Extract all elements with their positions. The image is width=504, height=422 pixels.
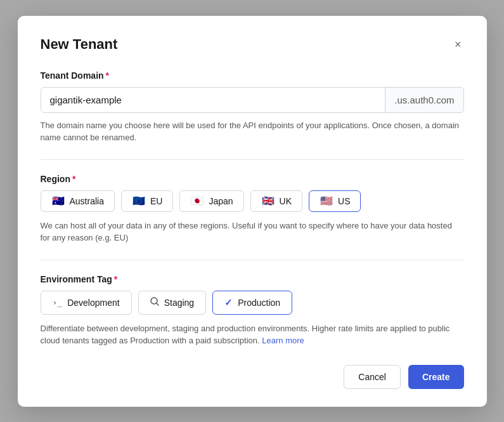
- env-production[interactable]: ✓ Production: [212, 291, 292, 315]
- divider-1: [41, 159, 464, 160]
- env-staging[interactable]: Staging: [138, 291, 206, 315]
- domain-hint: The domain name you choose here will be …: [41, 119, 464, 144]
- region-australia[interactable]: Australia: [41, 190, 115, 212]
- flag-eu-icon: [132, 196, 146, 206]
- new-tenant-modal: New Tenant × Tenant Domain * .us.auth0.c…: [18, 16, 487, 407]
- domain-required: *: [106, 70, 109, 81]
- domain-input-wrapper: .us.auth0.com: [41, 87, 464, 113]
- env-development[interactable]: ›_ Development: [41, 291, 132, 315]
- production-check-icon: ✓: [224, 297, 233, 308]
- staging-icon: [150, 297, 159, 308]
- region-us-label: US: [338, 196, 350, 206]
- domain-label: Tenant Domain *: [41, 70, 464, 81]
- flag-us-icon: [320, 196, 333, 206]
- region-australia-label: Australia: [70, 196, 104, 206]
- domain-suffix: .us.auth0.com: [385, 88, 463, 112]
- flag-japan-icon: [190, 196, 204, 206]
- region-uk[interactable]: UK: [250, 190, 302, 212]
- region-required: *: [72, 174, 75, 184]
- region-label: Region *: [41, 174, 464, 184]
- modal-header: New Tenant ×: [41, 36, 464, 53]
- learn-more-link[interactable]: Learn more: [262, 336, 304, 345]
- region-eu-label: EU: [150, 196, 162, 206]
- environment-required: *: [114, 274, 117, 284]
- flag-australia-icon: [51, 196, 65, 206]
- modal-overlay: New Tenant × Tenant Domain * .us.auth0.c…: [0, 0, 504, 422]
- region-uk-label: UK: [280, 196, 292, 206]
- environment-label: Environment Tag *: [41, 274, 464, 284]
- domain-input[interactable]: [41, 88, 385, 112]
- cancel-button[interactable]: Cancel: [344, 365, 401, 389]
- create-button[interactable]: Create: [408, 365, 464, 389]
- svg-line-1: [156, 303, 158, 306]
- region-eu[interactable]: EU: [121, 190, 173, 212]
- env-staging-label: Staging: [164, 298, 194, 308]
- region-hint: We can host all of your data in any of t…: [41, 220, 464, 244]
- region-section: Region * Australia EU Japan UK: [41, 174, 464, 244]
- region-japan-label: Japan: [209, 196, 233, 206]
- environment-hint: Differentiate between development, stagi…: [41, 322, 464, 347]
- region-buttons: Australia EU Japan UK US: [41, 190, 464, 212]
- close-button[interactable]: ×: [452, 36, 464, 53]
- env-buttons: ›_ Development Staging ✓ Production: [41, 291, 464, 315]
- modal-footer: Cancel Create: [41, 365, 464, 389]
- environment-section: Environment Tag * ›_ Development Staging: [41, 274, 464, 347]
- divider-2: [41, 260, 464, 260]
- flag-uk-icon: [261, 196, 275, 206]
- development-icon: ›_: [53, 298, 63, 307]
- region-japan[interactable]: Japan: [179, 190, 243, 212]
- env-development-label: Development: [67, 298, 120, 308]
- domain-section: Tenant Domain * .us.auth0.com The domain…: [41, 70, 464, 144]
- modal-title: New Tenant: [41, 36, 118, 53]
- env-production-label: Production: [238, 298, 280, 308]
- region-us[interactable]: US: [309, 190, 361, 212]
